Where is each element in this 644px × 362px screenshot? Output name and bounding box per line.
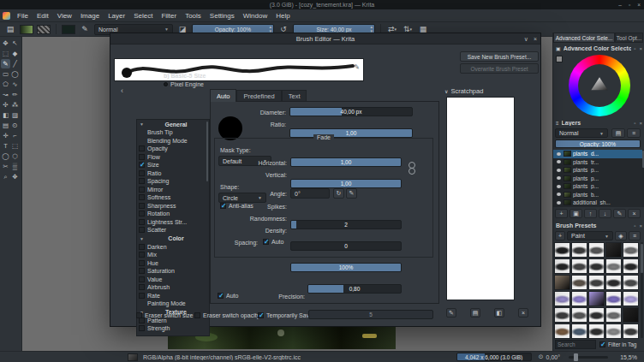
spacing-auto-checkbox[interactable]: Auto — [263, 239, 283, 245]
layer-filter-icon[interactable]: ▤ — [611, 128, 625, 138]
checkbox-icon[interactable] — [218, 293, 224, 299]
zoom-slider[interactable] — [569, 356, 608, 359]
option-checkbox[interactable] — [139, 194, 145, 200]
option-ratio[interactable]: Ratio — [137, 169, 209, 178]
menu-settings[interactable]: Settings — [206, 11, 239, 21]
option-checkbox[interactable] — [139, 268, 145, 274]
diameter-slider[interactable]: 40,00 px — [289, 107, 413, 116]
brush-preset-thumbnail[interactable] — [623, 307, 639, 323]
scratchpad-canvas[interactable] — [446, 97, 515, 300]
brush-preset-thumbnail[interactable] — [571, 323, 587, 339]
option-checkbox[interactable] — [139, 154, 145, 160]
add-tag-icon[interactable]: + — [555, 231, 565, 240]
saturation-value-triangle[interactable] — [590, 76, 609, 95]
dialog-close-icon[interactable]: × — [534, 36, 537, 42]
freehand-brush-tool[interactable]: ✎ — [1, 59, 10, 68]
gradient-edit-tool[interactable]: ◆ — [10, 49, 20, 58]
angle-dial-icon[interactable]: ✎ — [346, 188, 357, 199]
brush-preset-thumbnail[interactable] — [605, 323, 622, 339]
options-scrollbar[interactable] — [206, 122, 208, 181]
zoom-value[interactable]: 15,5% — [615, 354, 637, 360]
precision-auto-checkbox[interactable]: Auto — [218, 293, 238, 299]
paint-icon[interactable]: ✎ — [446, 308, 456, 317]
brush-preset-thumbnail[interactable] — [588, 323, 605, 339]
close-icon[interactable]: × — [639, 121, 642, 126]
horizontal-slider[interactable]: 1,00 — [290, 157, 402, 167]
eraser-switch-opacity-checkbox[interactable]: Eraser switch opacity — [194, 312, 259, 318]
color-sampler-tool[interactable]: ⊙ — [10, 121, 20, 130]
option-airbrush[interactable]: Airbrush — [137, 283, 209, 292]
option-size[interactable]: Size — [137, 161, 209, 169]
vertical-slider[interactable]: 1,00 — [290, 179, 402, 188]
preset-search-input[interactable] — [555, 340, 596, 349]
randomness-slider[interactable]: 0 — [290, 241, 402, 251]
option-lightness-str[interactable]: Lightness Str... — [137, 218, 209, 227]
ratio-slider[interactable]: 1,00 — [289, 128, 413, 138]
checkbox-icon[interactable] — [220, 203, 226, 209]
pattern-tool[interactable]: ▤ — [1, 121, 10, 130]
rectangular-selection-tool[interactable]: ⬚ — [10, 141, 20, 151]
brush-preset-thumbnail[interactable] — [554, 275, 570, 290]
multibrush-tool[interactable]: ⁂ — [10, 100, 20, 110]
option-checkbox[interactable] — [139, 178, 145, 184]
dynamic-brush-tool[interactable]: ✣ — [1, 100, 10, 110]
menu-window[interactable]: Window — [239, 11, 271, 21]
layer-row[interactable]: plants_p... — [553, 166, 642, 175]
option-checkbox[interactable] — [139, 260, 145, 266]
options-section-color[interactable]: ▼Color — [137, 234, 209, 243]
chevron-down-icon[interactable]: ∨ — [524, 36, 528, 43]
layer-opacity-slider[interactable]: Opacity: 100% — [555, 139, 641, 148]
tag-icon[interactable]: ◈ — [615, 231, 627, 240]
checkbox-icon[interactable] — [194, 312, 200, 318]
presets-scrollbar[interactable] — [641, 242, 643, 338]
fill-tool[interactable]: ◧ — [1, 110, 10, 120]
option-checkbox[interactable] — [139, 219, 145, 225]
option-value[interactable]: Value — [137, 276, 209, 284]
visibility-icon[interactable] — [555, 158, 562, 165]
freehand-selection-tool[interactable]: ✂ — [1, 162, 10, 171]
option-brush-tip[interactable]: Brush Tip — [137, 128, 209, 137]
option-opacity[interactable]: Opacity — [137, 145, 209, 153]
blend-mode-dropdown[interactable]: Normal ▼ — [555, 128, 608, 138]
brush-preset-thumbnail[interactable] — [554, 242, 570, 258]
rectangle-tool[interactable]: ▭ — [1, 69, 10, 79]
tag-dropdown[interactable]: Paint ▼ — [567, 231, 613, 240]
color-selector-header[interactable]: ▣ Advanced Color Selector ▫× — [553, 44, 644, 53]
checkbox-icon[interactable] — [263, 239, 269, 245]
checkbox-icon[interactable] — [599, 341, 605, 347]
checkbox-icon[interactable] — [258, 312, 264, 318]
pattern-swatch[interactable] — [37, 25, 51, 34]
option-saturation[interactable]: Saturation — [137, 267, 209, 276]
option-checkbox[interactable] — [139, 325, 145, 331]
edit-pencil-icon[interactable]: ✎ — [354, 63, 360, 71]
option-checkbox[interactable] — [139, 276, 145, 282]
option-scatter[interactable]: Scatter — [137, 226, 209, 234]
brush-preset-thumbnail[interactable] — [623, 291, 639, 306]
freehand-path-tool[interactable]: ✏ — [10, 90, 20, 99]
visibility-icon[interactable] — [555, 183, 562, 190]
move-layer-down-button[interactable]: ↓ — [599, 209, 611, 218]
option-checkbox[interactable] — [139, 145, 145, 151]
brush-preset-thumbnail[interactable] — [588, 291, 605, 306]
menu-select[interactable]: Select — [129, 11, 157, 21]
brush-presets-header[interactable]: Brush Presets ▫× — [553, 221, 644, 230]
visibility-icon[interactable] — [555, 199, 562, 206]
brush-preset-thumbnail[interactable] — [571, 291, 587, 306]
tab-advanced-color-selector[interactable]: Advanced Color Sele... — [553, 33, 615, 43]
zoom-tool[interactable]: ⌕ — [1, 172, 10, 181]
option-checkbox[interactable] — [139, 203, 145, 209]
assistants-tool[interactable]: ✛ — [1, 131, 10, 140]
pan-tool[interactable]: ✥ — [10, 172, 20, 181]
option-checkbox[interactable] — [139, 252, 145, 258]
option-painting-mode[interactable]: Painting Mode — [137, 300, 209, 308]
option-spacing[interactable]: Spacing — [137, 177, 209, 186]
brush-preset-thumbnail[interactable] — [588, 275, 605, 290]
antialias-checkbox[interactable]: Anti-alias — [220, 203, 253, 209]
brush-preset-thumbnail[interactable] — [605, 258, 622, 274]
option-strength[interactable]: Strength — [137, 324, 209, 333]
layer-row[interactable]: plants_b... — [553, 191, 642, 199]
layers-header[interactable]: ≡ Layers ▫× — [553, 118, 644, 128]
float-icon[interactable]: ▫ — [634, 46, 635, 51]
save-new-preset-button[interactable]: Save New Brush Preset... — [460, 51, 539, 62]
fill-gradient-icon[interactable]: ▤ — [470, 308, 480, 317]
